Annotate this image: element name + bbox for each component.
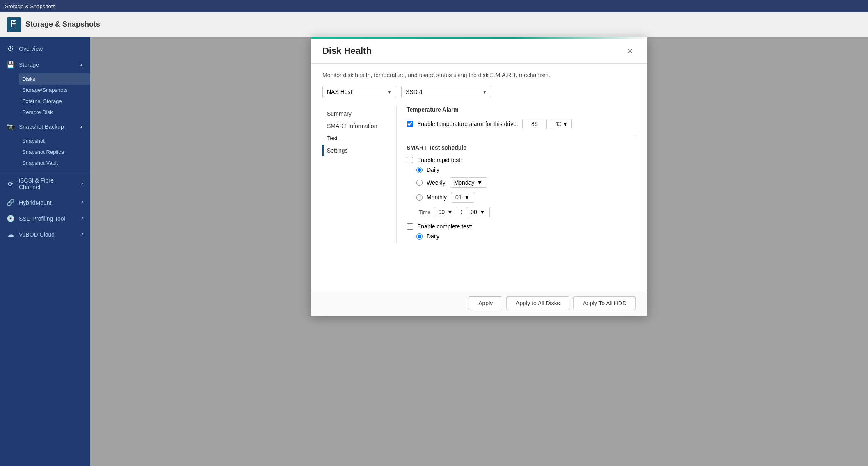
storage-icon: 💾: [7, 61, 15, 69]
sidebar-label-vjbod: VJBOD Cloud: [19, 231, 55, 238]
sidebar-label-overview: Overview: [19, 46, 43, 52]
overview-icon: ⏱: [7, 45, 15, 53]
disk-value: SSD 4: [406, 89, 422, 95]
iscsi-icon: ⟳: [7, 180, 15, 188]
frequency-monthly-label: Monthly: [427, 194, 447, 201]
complete-test-row: Enable complete test:: [407, 223, 636, 230]
disk-dropdown[interactable]: SSD 4 ▼: [401, 86, 491, 98]
nas-host-value: NAS Host: [327, 89, 352, 95]
frequency-weekly-label: Weekly: [427, 179, 445, 186]
modal-overlay: Disk Health × Monitor disk health, tempe…: [90, 37, 868, 466]
sidebar-item-ssd-profiling[interactable]: 💿 SSD Profiling Tool ↗: [0, 210, 90, 226]
time-row: Time 00 ▼ : 00 ▼: [419, 207, 636, 217]
sidebar-item-external-storage[interactable]: External Storage: [19, 96, 90, 107]
weekly-day-chevron: ▼: [477, 179, 482, 186]
time-hour-chevron: ▼: [447, 209, 453, 215]
monthly-day-chevron: ▼: [464, 194, 470, 201]
sidebar-item-storage-snapshots[interactable]: Storage/Snapshots: [19, 85, 90, 96]
section-divider: [407, 137, 636, 137]
complete-test-label: Enable complete test:: [417, 223, 473, 230]
apply-button[interactable]: Apply: [469, 296, 502, 310]
tab-test[interactable]: Test: [322, 132, 391, 144]
smart-schedule-title: SMART Test schedule: [407, 144, 636, 151]
frequency-daily-row: Daily: [416, 167, 636, 173]
sidebar-label-storage: Storage: [19, 62, 39, 68]
frequency-monthly-row: Monthly 01 ▼: [416, 192, 636, 203]
smart-schedule-section: SMART Test schedule Enable rapid test:: [407, 144, 636, 240]
apply-all-disks-button[interactable]: Apply to All Disks: [506, 296, 569, 310]
rapid-test-row: Enable rapid test:: [407, 157, 636, 163]
sidebar-item-remote-disk[interactable]: Remote Disk: [19, 107, 90, 118]
rapid-test-checkbox[interactable]: [407, 157, 413, 163]
main-layout: ⏱ Overview 💾 Storage ▲ Disks Storage/Sna…: [0, 37, 868, 466]
sidebar-item-storage[interactable]: 💾 Storage ▲: [0, 57, 90, 73]
time-hour-value: 00: [438, 209, 445, 215]
sidebar-item-disks[interactable]: Disks: [19, 73, 90, 85]
sidebar-item-snapshot-replica[interactable]: Snapshot Replica: [19, 146, 90, 158]
title-bar: Storage & Snapshots: [0, 0, 868, 12]
sidebar-label-snapshot-backup: Snapshot Backup: [19, 123, 64, 130]
iscsi-external-icon: ↗: [80, 182, 84, 186]
nas-host-chevron: ▼: [387, 89, 392, 94]
temp-value-input[interactable]: [522, 119, 547, 129]
frequency-daily-radio[interactable]: [416, 167, 423, 173]
monthly-day-select[interactable]: 01 ▼: [451, 192, 474, 203]
frequency-weekly-row: Weekly Monday ▼: [416, 177, 636, 188]
progress-bar: [311, 37, 647, 39]
snapshot-backup-chevron: ▲: [79, 124, 84, 129]
time-hour-select[interactable]: 00 ▼: [434, 207, 457, 217]
storage-chevron: ▲: [79, 62, 84, 67]
app-title: Storage & Snapshots: [25, 20, 100, 29]
modal-tab-nav: Summary SMART Information Test Settings: [322, 106, 396, 244]
sidebar-item-snapshot[interactable]: Snapshot: [19, 135, 90, 146]
sidebar-label-ssd-profiling: SSD Profiling Tool: [19, 215, 65, 222]
time-minute-chevron: ▼: [480, 209, 485, 215]
modal-close-button[interactable]: ×: [624, 45, 636, 57]
sidebar-item-overview[interactable]: ⏱ Overview: [0, 41, 90, 57]
ssd-profiling-icon: 💿: [7, 215, 15, 222]
temp-alarm-label: Enable temperature alarm for this drive:: [417, 121, 518, 127]
monthly-day-value: 01: [455, 194, 462, 201]
frequency-daily-label: Daily: [427, 167, 439, 173]
temp-alarm-row: Enable temperature alarm for this drive:…: [407, 119, 636, 129]
ssd-external-icon: ↗: [80, 216, 84, 221]
sidebar: ⏱ Overview 💾 Storage ▲ Disks Storage/Sna…: [0, 37, 90, 466]
weekly-day-select[interactable]: Monday ▼: [450, 177, 487, 188]
temp-alarm-section: Temperature Alarm Enable temperature ala…: [407, 106, 636, 129]
settings-panel: Temperature Alarm Enable temperature ala…: [396, 106, 636, 244]
nas-host-dropdown[interactable]: NAS Host ▼: [322, 86, 396, 98]
modal-header: Disk Health ×: [311, 37, 647, 64]
sidebar-snapshot-sub: Snapshot Snapshot Replica Snapshot Vault: [0, 135, 90, 169]
sidebar-divider-1: [0, 171, 90, 171]
apply-all-hdd-button[interactable]: Apply To All HDD: [573, 296, 636, 310]
title-bar-label: Storage & Snapshots: [5, 3, 55, 9]
temp-alarm-checkbox[interactable]: [407, 121, 413, 127]
sidebar-item-snapshot-vault[interactable]: Snapshot Vault: [19, 158, 90, 169]
complete-test-checkbox[interactable]: [407, 223, 413, 230]
hybridmount-external-icon: ↗: [80, 200, 84, 205]
sidebar-storage-sub: Disks Storage/Snapshots External Storage…: [0, 73, 90, 119]
sidebar-item-hybridmount[interactable]: 🔗 HybridMount ↗: [0, 194, 90, 210]
complete-freq-daily-label: Daily: [427, 233, 439, 240]
snapshot-backup-icon: 📷: [7, 123, 15, 130]
modal-title: Disk Health: [322, 46, 372, 56]
sidebar-label-hybridmount: HybridMount: [19, 199, 51, 206]
tab-smart-info[interactable]: SMART Information: [322, 120, 391, 132]
sidebar-item-vjbod[interactable]: ☁ VJBOD Cloud ↗: [0, 226, 90, 242]
sidebar-item-iscsi[interactable]: ⟳ iSCSI & Fibre Channel ↗: [0, 173, 90, 194]
complete-freq-daily-row: Daily: [416, 233, 636, 240]
tab-settings[interactable]: Settings: [322, 145, 391, 156]
time-minute-select[interactable]: 00 ▼: [466, 207, 489, 217]
modal-content-layout: Summary SMART Information Test Settings: [322, 106, 636, 244]
time-label: Time: [419, 209, 430, 215]
weekly-day-value: Monday: [454, 179, 475, 186]
temp-unit-select[interactable]: °C ▼: [551, 119, 572, 129]
disk-chevron: ▼: [482, 89, 487, 94]
sidebar-item-snapshot-backup[interactable]: 📷 Snapshot Backup ▲: [0, 119, 90, 135]
time-colon: :: [461, 208, 463, 216]
frequency-weekly-radio[interactable]: [416, 180, 423, 186]
temp-unit-value: °C: [555, 121, 561, 127]
tab-summary[interactable]: Summary: [322, 108, 391, 119]
frequency-monthly-radio[interactable]: [416, 194, 423, 201]
complete-freq-daily-radio[interactable]: [416, 233, 423, 240]
